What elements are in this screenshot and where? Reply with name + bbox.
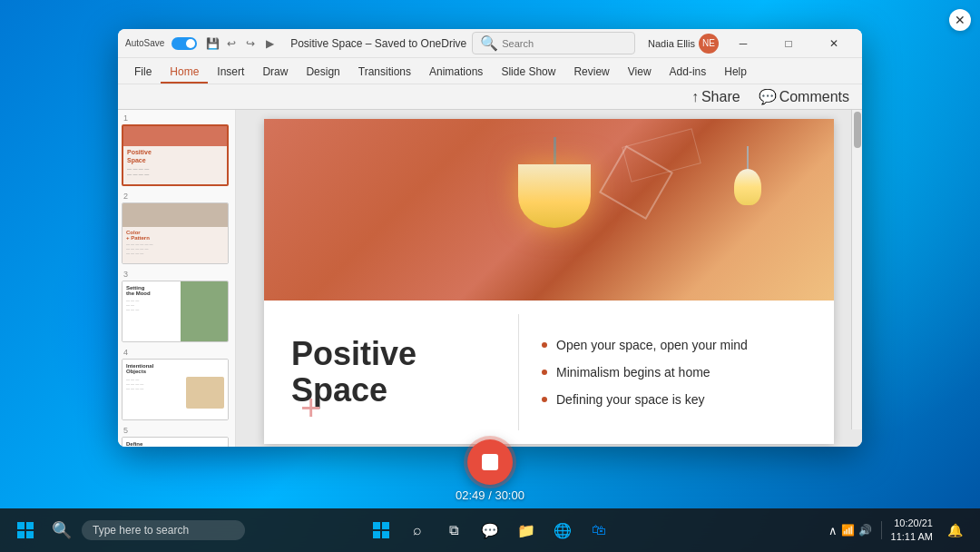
- slide-panel[interactable]: 1 PositiveSpace — — — —— — — — 2: [118, 110, 236, 447]
- svg-rect-7: [382, 531, 389, 538]
- slide-num-4: 4: [122, 348, 231, 357]
- vertical-scrollbar[interactable]: [851, 110, 862, 429]
- undo-icon[interactable]: ↩: [223, 35, 240, 52]
- scrollbar-thumb[interactable]: [854, 112, 861, 148]
- tab-insert[interactable]: Insert: [208, 62, 253, 84]
- ribbon-tabs: File Home Insert Draw Design Transitions…: [118, 58, 862, 84]
- taskbar: 🔍 Type here to search ⌕ ⧉ 💬 📁 🌐 🛍 ∧ 📶 🔊: [0, 508, 980, 552]
- taskbar-teams-icon[interactable]: 💬: [474, 514, 506, 547]
- bullet-2: Minimalism begins at home: [542, 365, 811, 380]
- tab-draw[interactable]: Draw: [253, 62, 297, 84]
- slide-thumbnail-4[interactable]: 4 IntentionalObjects — — —— — — —— — — —: [122, 348, 231, 420]
- title-right: Nadia Ellis NE ─ □ ✕: [648, 29, 855, 58]
- canvas-area: Positive Space + Open your space, open y…: [236, 110, 862, 447]
- slide-thumbnail-5[interactable]: 5 DefineFunctions — — —— — — —— — —: [122, 426, 231, 447]
- slide-thumbnail-1[interactable]: 1 PositiveSpace — — — —— — — —: [122, 113, 231, 186]
- close-button[interactable]: ✕: [813, 29, 855, 58]
- record-stop-button[interactable]: [467, 439, 513, 485]
- bullet-3: Defining your space is key: [542, 392, 811, 407]
- thumb2-text: — — — — — —— — — — —— — — —: [126, 242, 224, 255]
- thumb4-text: — — —— — — —— — — —: [126, 377, 183, 409]
- slide-title-area: Positive Space +: [264, 301, 518, 444]
- bullet-dot-3: [542, 397, 547, 402]
- comments-button[interactable]: 💬 Comments: [753, 86, 855, 107]
- taskbar-task-view[interactable]: ⧉: [437, 514, 470, 547]
- slide-thumbnail-3[interactable]: 3 Settingthe Mood — — —— —— — —: [122, 270, 231, 342]
- slide-content: Positive Space + Open your space, open y…: [264, 301, 834, 444]
- slide-img-5[interactable]: DefineFunctions — — —— — — —— — —: [122, 437, 229, 447]
- taskbar-edge-icon[interactable]: 🌐: [546, 514, 579, 547]
- lamp: [518, 137, 591, 228]
- slide-canvas[interactable]: Positive Space + Open your space, open y…: [264, 119, 834, 444]
- taskbar-right: ∧ 📶 🔊 10:20/21 11:11 AM 🔔: [828, 514, 980, 547]
- title-bar-left: AutoSave 💾 ↩ ↪ ▶: [125, 35, 278, 52]
- user-name: Nadia Ellis: [648, 38, 695, 49]
- tray-arrow-icon[interactable]: ∧: [828, 524, 838, 537]
- tab-design[interactable]: Design: [297, 62, 348, 84]
- redo-icon[interactable]: ↪: [242, 35, 259, 52]
- slide-bullets: Open your space, open your mind Minimali…: [519, 301, 834, 444]
- present-icon[interactable]: ▶: [261, 35, 278, 52]
- tab-transitions[interactable]: Transitions: [349, 62, 420, 84]
- slide-num-1: 1: [122, 113, 231, 123]
- slide-thumbnail-2[interactable]: 2 Color+ Pattern — — — — — —— — — — —— —…: [122, 192, 231, 264]
- windows-start-button[interactable]: [9, 514, 42, 547]
- taskbar-windows-icon[interactable]: [365, 514, 397, 547]
- taskbar-search-btn[interactable]: ⌕: [401, 514, 434, 547]
- notifications-icon[interactable]: 🔔: [938, 514, 971, 547]
- ribbon: File Home Insert Draw Design Transitions…: [118, 58, 862, 110]
- system-clock[interactable]: 10:20/21 11:11 AM: [891, 517, 933, 545]
- slide-num-2: 2: [122, 192, 231, 201]
- slide-img-4[interactable]: IntentionalObjects — — —— — — —— — — —: [122, 359, 229, 420]
- clock-time: 10:20/21: [891, 517, 933, 530]
- user-avatar[interactable]: NE: [699, 34, 719, 54]
- minimize-button[interactable]: ─: [722, 29, 764, 58]
- bulb: [734, 146, 761, 205]
- slide-img-3[interactable]: Settingthe Mood — — —— —— — —: [122, 281, 229, 342]
- maximize-button[interactable]: □: [768, 29, 809, 58]
- thumb1-title: PositiveSpace: [127, 149, 223, 164]
- thumb3-text: — — —— —— — —: [126, 298, 177, 311]
- bullet-1: Open your space, open your mind: [542, 338, 811, 352]
- tray-wifi-icon[interactable]: 📶: [841, 524, 855, 537]
- taskbar-search-box[interactable]: Type here to search: [82, 520, 245, 540]
- tab-slideshow[interactable]: Slide Show: [492, 62, 564, 84]
- title-center: Positive Space – Saved to OneDrive 🔍: [281, 32, 644, 54]
- slide-img-2[interactable]: Color+ Pattern — — — — — —— — — — —— — —…: [122, 202, 229, 264]
- search-box[interactable]: 🔍: [472, 32, 635, 54]
- svg-rect-2: [17, 531, 24, 538]
- svg-rect-6: [373, 531, 380, 538]
- taskbar-store-icon[interactable]: 🛍: [583, 514, 615, 547]
- tab-review[interactable]: Review: [564, 62, 618, 84]
- svg-rect-4: [373, 522, 380, 529]
- taskbar-win-logo-icon: [373, 522, 389, 538]
- record-stop-icon: [482, 454, 498, 470]
- tab-help[interactable]: Help: [715, 62, 756, 84]
- system-tray-icons: ∧ 📶 🔊: [828, 524, 872, 537]
- share-button[interactable]: ↑ Share: [686, 87, 746, 107]
- windows-logo-icon: [17, 522, 34, 538]
- taskbar-files-icon[interactable]: 📁: [510, 514, 543, 547]
- thumb4-title: IntentionalObjects: [126, 363, 224, 374]
- svg-rect-3: [26, 531, 34, 538]
- search-taskbar-icon: 🔍: [52, 520, 72, 540]
- tab-view[interactable]: View: [619, 62, 661, 84]
- main-area: 1 PositiveSpace — — — —— — — — 2: [118, 110, 862, 447]
- tab-animations[interactable]: Animations: [420, 62, 492, 84]
- tab-file[interactable]: File: [125, 62, 161, 84]
- tab-addins[interactable]: Add-ins: [661, 62, 716, 84]
- autosave-toggle[interactable]: [172, 37, 197, 50]
- svg-rect-1: [26, 522, 34, 529]
- search-taskbar-button[interactable]: 🔍: [45, 514, 78, 547]
- thumb1-text: — — — —— — — —: [127, 166, 223, 177]
- slide-img-1[interactable]: PositiveSpace — — — —— — — —: [122, 124, 229, 186]
- title-bar: AutoSave 💾 ↩ ↪ ▶ Positive Space – Saved …: [118, 29, 862, 58]
- search-input[interactable]: [502, 38, 627, 49]
- svg-rect-5: [382, 522, 389, 529]
- save-icon[interactable]: 💾: [204, 35, 220, 52]
- ribbon-actions: ↑ Share 💬 Comments: [118, 84, 862, 109]
- tray-volume-icon[interactable]: 🔊: [858, 524, 872, 537]
- close-circle-button[interactable]: ✕: [949, 9, 971, 31]
- tab-home[interactable]: Home: [161, 62, 208, 84]
- window-title: Positive Space – Saved to OneDrive: [290, 37, 466, 50]
